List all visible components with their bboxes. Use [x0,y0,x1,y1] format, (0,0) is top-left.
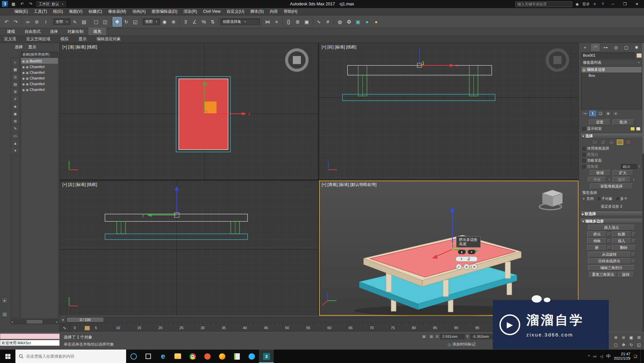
object-name-field[interactable]: Box001 [581,52,635,58]
material-editor-icon[interactable]: ◍ [335,17,344,27]
scroll-left-icon[interactable]: ◂ [11,320,13,323]
spinner-icon[interactable]: ⇕ [633,178,635,181]
outline-button[interactable]: 轮廓 [612,231,631,237]
redo-icon[interactable]: ↷ [11,17,20,27]
spinner-icon[interactable]: ⇕ [608,178,610,181]
spinner-icon[interactable]: ⇕ [460,257,463,261]
populate-edit-selected-button[interactable]: 编辑选定对象 [97,36,121,42]
ignore-backfacing-checkbox[interactable] [582,159,586,162]
named-selection-set-dropdown[interactable]: 创建选择集 [220,18,260,25]
help-icon[interactable]: ? [600,1,606,7]
by-vertex-checkbox[interactable] [582,153,586,156]
viewport-left-label[interactable]: [+] [左] [标准] [线框] [62,182,97,188]
help-search-input[interactable] [515,1,572,7]
expand-panel-button[interactable]: ▸ [2,297,8,303]
x-coordinate-field[interactable]: 2.591mm [440,334,465,339]
select-object-icon[interactable]: ⇖ [70,17,79,27]
retriangulate-button[interactable]: 重复三角算法 [589,272,617,277]
undo-icon[interactable]: ↶ [19,1,25,7]
extrude-button[interactable]: 挤出 [587,231,607,237]
menu-group[interactable]: 组(G) [50,8,66,15]
render-iterative-icon[interactable]: ● [372,17,381,27]
table-wireframe[interactable] [105,214,248,240]
extrude-settings-icon[interactable] [607,232,611,236]
make-unique-icon[interactable]: ❏ [597,111,604,116]
display-tray-icon[interactable]: ▭ [593,354,596,359]
insert-vertex-button[interactable]: 插入顶点 [588,225,635,230]
taskbar-app-file-explorer[interactable] [170,350,185,363]
visibility-icon[interactable] [22,59,25,63]
menu-content[interactable]: 内容 [267,8,281,15]
spinner-snap-icon[interactable]: ⇅ [208,17,217,27]
modifier-on-icon[interactable] [583,68,586,72]
edit-icon[interactable]: ✎ [12,125,19,132]
outline-settings-icon[interactable] [632,232,636,236]
select-and-rotate-icon[interactable]: ↻ [122,17,131,27]
scrollbar-thumb[interactable] [27,320,42,323]
display-tab-icon[interactable]: ▢ [622,44,630,51]
shrink-button[interactable]: 收缩 [590,170,610,176]
extrude-type-dropdown-icon[interactable]: ▼ [468,250,476,254]
ribbon-tab-object-paint[interactable]: 对象绘制 [63,28,88,35]
rectangular-selection-region-icon[interactable]: ▢ [92,17,101,27]
menu-graph-editors[interactable]: 图形编辑器(D) [149,8,180,15]
by-angle-checkbox[interactable] [582,165,586,168]
rollout-selection[interactable]: 选择 [580,133,643,139]
taskbar-app-browser[interactable] [200,350,215,363]
zoom-all-icon[interactable]: ⊜ [620,334,627,341]
list-item[interactable]: Chamferl [21,75,58,81]
commit-button[interactable]: 设置 [589,119,610,125]
show-end-result-icon[interactable]: ‖ [589,111,596,116]
selected-cage-color-swatch[interactable] [636,127,641,131]
layer-manager-icon[interactable]: ≣ [293,17,302,27]
viewport-perspective[interactable]: [+] [透视] [标准] [默认明暗处理] [319,180,579,316]
user-icon[interactable]: ◉ [574,1,580,7]
visibility-icon[interactable] [22,88,25,92]
light-filter-icon[interactable]: ▤ [12,81,19,87]
shape-filter-icon[interactable]: ◎ [12,74,19,80]
top-viewport-canvas[interactable]: y x [60,43,318,179]
rollout-soft-selection[interactable]: 软选择 [580,211,643,216]
viewport-top-label[interactable]: [+] [顶] [标准] [线框] [62,44,97,50]
object-color-swatch[interactable] [636,53,642,58]
ribbon-tab-modeling[interactable]: 建模 [3,28,19,35]
caddy-cancel-button[interactable]: ✕ [471,264,477,270]
y-coordinate-field[interactable]: -5.363mm [471,334,495,339]
viewcube-icon[interactable] [539,190,562,210]
window-crossing-icon[interactable]: ◫ [101,17,110,27]
cursor-icon[interactable]: ▹ [12,59,19,65]
use-stack-selection-checkbox[interactable] [582,147,586,150]
named-selection-sets-icon[interactable]: {} [284,17,293,27]
unlink-selection-icon[interactable]: ⊘ [32,17,41,27]
configure-modifier-sets-icon[interactable]: ≡ [612,111,619,116]
populate-define-idle-area-button[interactable]: 定义空闲区域 [26,36,50,42]
extrude-height-input[interactable] [464,257,473,261]
ribbon-toggle-icon[interactable]: ▣ [302,17,311,27]
snaps-toggle-icon[interactable]: 3 [181,17,190,27]
visibility-icon[interactable] [22,70,25,74]
zoom-region-icon[interactable]: ▢ [612,341,620,348]
zoom-icon[interactable]: ⊕ [612,334,620,341]
percent-snap-icon[interactable]: % [199,17,208,27]
extrude-along-spline-button[interactable]: 沿样条线挤出 [588,258,631,264]
hidden-icons-chevron[interactable]: ^ [588,354,590,358]
undo-icon[interactable]: ↶ [2,17,11,27]
select-and-manipulate-icon[interactable]: ⊕ [169,17,178,27]
use-pivot-center-icon[interactable]: ◉ [160,17,169,27]
ribbon-tab-freeform[interactable]: 自由形式 [20,28,45,35]
menu-animation[interactable]: 动画(A) [129,8,149,15]
orbit-icon[interactable]: ↻ [628,341,635,348]
table-top-object[interactable] [176,76,230,152]
explorer-menu-select[interactable]: 选择 [15,44,23,50]
explorer-horizontal-scrollbar[interactable]: ◂▸ [11,319,58,324]
show-desktop-button[interactable] [640,350,642,363]
taskbar-clock[interactable]: 21:47 2021/1/29 [614,352,630,361]
taskbar-app-messenger[interactable] [244,350,259,363]
inset-settings-icon[interactable] [632,239,636,243]
scrollbar-thumb[interactable] [642,43,644,154]
render-production-icon[interactable]: ● [363,17,372,27]
action-center-icon[interactable]: ❏ [634,354,637,359]
sign-in-link[interactable]: 登录 [582,1,590,7]
list-item[interactable]: Chamferl [21,87,58,92]
menu-views[interactable]: 视图(V) [66,8,86,15]
